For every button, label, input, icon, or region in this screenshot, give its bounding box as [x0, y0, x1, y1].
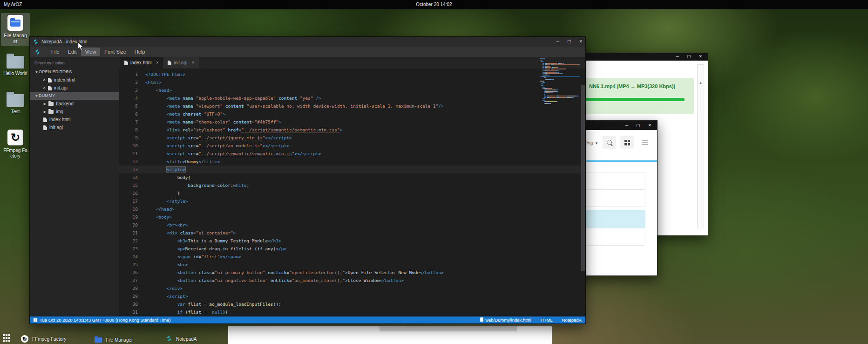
line-content: <meta name="viewport" content="user-scal… — [138, 102, 444, 110]
system-topbar: My ArOZ October 20 14:02 — [0, 0, 868, 9]
line-number: 19 — [119, 213, 138, 221]
open-editor-item[interactable]: ✕index.html — [30, 76, 119, 84]
line-number: 31 — [119, 308, 138, 316]
code-area[interactable]: 1<!DOCTYPE html>2<html>3 <head>4 <meta n… — [119, 69, 581, 316]
minimap-line — [540, 61, 580, 62]
minimize-button[interactable]: ─ — [625, 124, 628, 128]
minimap-line — [540, 70, 580, 71]
editor-main: Directory Listing ▼OPEN EDITORS✕index.ht… — [30, 57, 585, 316]
line-content: <head> — [138, 86, 172, 94]
line-content: </style> — [138, 197, 188, 205]
ffmpeg-scrollbar[interactable]: ▲ — [697, 64, 704, 228]
line-number: 6 — [119, 110, 138, 118]
desktop-icon-test[interactable]: Test — [1, 92, 30, 116]
search-button[interactable] — [603, 136, 616, 149]
file-manager-toolbar: ending▼ — [578, 136, 651, 149]
notepada-logo-icon — [33, 39, 39, 45]
close-icon[interactable]: ✕ — [156, 61, 159, 65]
close-icon[interactable]: ✕ — [42, 84, 47, 92]
scroll-up-icon[interactable]: ▲ — [698, 65, 704, 85]
notepada-logo-icon — [166, 335, 172, 343]
tree-item-init-agi[interactable]: init.agi — [30, 124, 119, 131]
minimap-line — [540, 87, 580, 88]
minimap-line — [540, 88, 580, 89]
scrollbar-thumb[interactable] — [581, 85, 585, 271]
line-content: <br> — [138, 261, 188, 268]
line-content: if (flist == null){ — [138, 308, 228, 316]
file-label: index.html — [54, 76, 75, 84]
app-launcher-icon[interactable] — [3, 334, 11, 342]
desktop: My ArOZ October 20 14:02 File ManagerHel… — [0, 0, 868, 344]
code-line: 25 <br> — [119, 261, 581, 268]
minimap-line — [540, 89, 580, 90]
desktop-icon-label: Test — [1, 109, 30, 115]
tree-item-img[interactable]: ▶img — [30, 108, 119, 116]
minimap[interactable] — [540, 58, 580, 104]
minimap-line — [540, 77, 580, 78]
menu-bar: FileEditViewFont SizeHelp — [30, 47, 585, 57]
label-line: Test — [1, 109, 30, 115]
minimap-line — [540, 100, 580, 101]
minimap-line — [540, 75, 580, 76]
status-filepath[interactable]: web/Dummy/index.html — [485, 317, 531, 323]
code-line: 19 <body> — [119, 213, 581, 221]
line-number: 30 — [119, 300, 138, 308]
minimap-line — [540, 58, 580, 59]
status-language[interactable]: HTML — [541, 317, 553, 323]
line-content: var flist = ao_module_loadInputFiles(); — [138, 300, 281, 308]
desktop-icon-ffmpeg-factory[interactable]: ↻FFmpeg Factory — [1, 128, 30, 160]
tree-item-index-html[interactable]: index.html — [30, 116, 119, 124]
tab-index-html[interactable]: index.html✕ — [120, 57, 163, 69]
status-appname: NotepadA — [562, 317, 582, 323]
editor-scrollbar[interactable] — [581, 69, 585, 316]
maximize-button[interactable]: ▢ — [687, 55, 691, 59]
list-view-icon — [642, 140, 648, 145]
line-content: <meta charset="UTF-8"> — [138, 110, 225, 118]
close-icon[interactable]: ✕ — [191, 61, 195, 65]
minimize-button[interactable]: ─ — [556, 40, 559, 44]
line-content: <h3>This is a Dummy Testing Module</h3> — [138, 237, 281, 245]
desktop-icon-file-manager[interactable]: File Manager — [1, 13, 30, 46]
close-button[interactable]: ✕ — [579, 40, 583, 44]
taskbar-item-notepada[interactable]: NotepadA — [166, 335, 197, 343]
close-button[interactable]: ✕ — [698, 55, 702, 59]
close-icon[interactable]: ✕ — [42, 76, 47, 84]
menu-font-size[interactable]: Font Size — [100, 48, 130, 56]
minimap-line — [540, 96, 580, 96]
line-number: 27 — [119, 276, 138, 284]
list-view-button[interactable] — [638, 136, 651, 149]
minimap-line — [540, 103, 580, 104]
section-label: DUMMY — [39, 92, 55, 100]
folder-icon — [48, 102, 54, 106]
taskbar-item-file-manager[interactable]: File Manager — [95, 337, 133, 343]
tab-init-agi[interactable]: init.agi✕ — [163, 57, 199, 69]
code-line: 3 <head> — [119, 86, 581, 94]
code-line: 31 if (flist == null){ — [119, 308, 581, 316]
line-number: 5 — [119, 102, 138, 110]
item-label: index.html — [49, 116, 71, 124]
minimap-line — [540, 76, 580, 77]
tree-section-open-editors[interactable]: ▼OPEN EDITORS — [30, 68, 119, 76]
open-editor-item[interactable]: ✕init.agi — [30, 84, 119, 92]
tree-item-backend[interactable]: ▶backend — [30, 100, 119, 108]
code-line: 23 <p>Received drag-in filelist (if any)… — [119, 245, 581, 253]
line-content: <button class="ui primary button" onclic… — [138, 268, 444, 276]
line-content: <span id="flist"></span> — [138, 253, 241, 261]
file-tree: ▼OPEN EDITORS✕index.html✕init.agi▼DUMMY▶… — [30, 68, 119, 131]
menu-help[interactable]: Help — [130, 48, 149, 56]
close-button[interactable]: ✕ — [648, 124, 651, 128]
minimize-button[interactable]: ─ — [676, 55, 679, 59]
grid-view-button[interactable] — [620, 136, 634, 149]
maximize-button[interactable]: ▢ — [567, 40, 571, 44]
minimap-line — [540, 97, 580, 98]
tree-section-dummy[interactable]: ▼DUMMY — [30, 92, 119, 100]
desktop-icon-hello-world[interactable]: Hello World — [1, 54, 30, 78]
maximize-button[interactable]: ▢ — [636, 124, 640, 128]
menu-file[interactable]: File — [47, 48, 64, 56]
code-line: 28 </div> — [119, 284, 581, 292]
notepada-titlebar[interactable]: NotepadA - index.html ─ ▢ ✕ — [30, 37, 585, 47]
notepada-window: NotepadA - index.html ─ ▢ ✕ FileEditView… — [29, 36, 586, 324]
line-content: background-color:white; — [138, 181, 249, 189]
taskbar-item-ffmpeg-factory[interactable]: ↻FFmpeg Factory — [21, 335, 66, 343]
label-line: Hello World — [1, 71, 30, 76]
